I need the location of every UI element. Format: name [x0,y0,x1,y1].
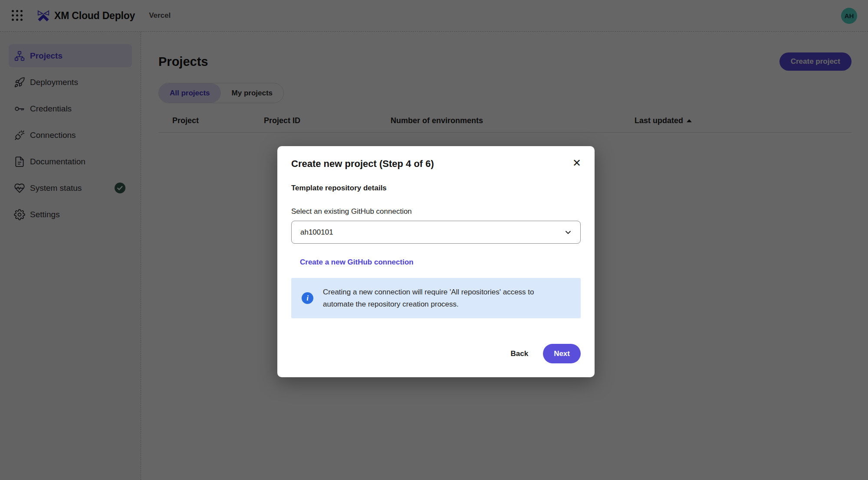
next-button[interactable]: Next [543,344,581,363]
chevron-down-icon [564,228,572,237]
info-alert: i Creating a new connection will require… [291,278,581,318]
selected-connection-value: ah100101 [300,228,333,237]
github-connection-select[interactable]: ah100101 [291,221,581,244]
modal-subtitle: Template repository details [291,184,581,193]
close-icon[interactable]: ✕ [570,157,583,170]
back-button[interactable]: Back [511,349,529,358]
github-connection-label: Select an existing GitHub connection [291,207,581,216]
modal-title: Create new project (Step 4 of 6) [291,158,581,170]
create-project-modal: Create new project (Step 4 of 6) ✕ Templ… [277,146,595,377]
create-github-connection-link[interactable]: Create a new GitHub connection [300,258,414,267]
info-alert-text: Creating a new connection will require '… [323,286,562,310]
info-icon: i [302,292,313,304]
